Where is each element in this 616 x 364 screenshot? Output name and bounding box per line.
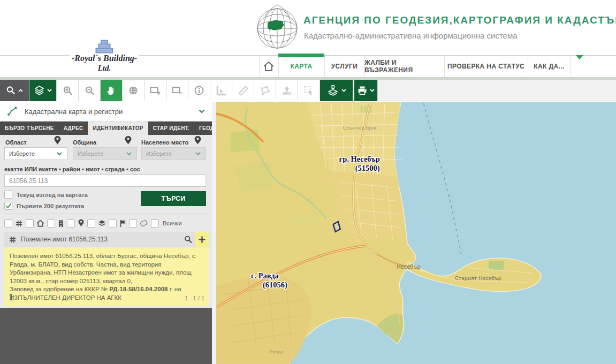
overlay-logo-text: -Royal`s Building- <box>70 54 139 63</box>
home-button[interactable] <box>259 56 278 77</box>
bulgaria-shape <box>268 20 284 31</box>
print-dropdown-button[interactable] <box>353 80 378 101</box>
municipality-select-value: Изберете <box>78 150 103 157</box>
result-details-order-prefix: Заповед за одобрение на КККР № <box>10 286 109 292</box>
check-icon <box>5 203 12 209</box>
filter-parcel-checkbox[interactable] <box>4 219 12 228</box>
search-button[interactable]: ТЪРСИ <box>141 191 206 206</box>
zoom-in-button[interactable] <box>57 80 79 101</box>
zoom-in-icon <box>62 85 73 96</box>
map-toolbar <box>0 80 616 101</box>
current-view-checkbox-row[interactable]: Текущ изглед на картата <box>4 191 88 199</box>
zoom-out-icon <box>84 85 95 96</box>
result-details-main: Поземлен имот 61056.25.113, област Бурга… <box>10 253 197 284</box>
region-select[interactable]: Изберете <box>4 147 67 160</box>
pagination-page[interactable]: 1 <box>9 292 13 303</box>
agency-globe-logo <box>255 3 299 52</box>
identify-button[interactable] <box>188 80 210 101</box>
current-view-checkbox[interactable] <box>4 191 12 199</box>
building-icon <box>94 40 115 54</box>
filter-point-checkbox[interactable] <box>67 219 75 228</box>
pan-tool-button[interactable] <box>101 80 123 101</box>
agency-title: АГЕНЦИЯ ПО ГЕОДЕЗИЯ,КАРТОГРАФИЯ И КАДАСТ… <box>303 14 616 26</box>
nav-item-proverka[interactable]: ПРОВЕРКА НА СТАТУС <box>444 56 528 77</box>
upload-icon <box>281 85 293 96</box>
pagination-range: 1 - 1 / 1 <box>185 295 204 301</box>
result-title: Поземлен имот 61056.25.113 <box>21 236 108 243</box>
kais-app-window: АГЕНЦИЯ ПО ГЕОДЕЗИЯ,КАРТОГРАФИЯ И КАДАСТ… <box>0 0 616 364</box>
tab-address[interactable]: АДРЕС <box>59 122 88 135</box>
map-layer-select[interactable]: Кадастрална карта и регистри <box>0 102 212 122</box>
full-extent-button[interactable] <box>123 80 145 101</box>
tab-quick-search[interactable]: БЪРЗО ТЪРСЕНЕ <box>0 122 59 135</box>
map-label-nessebar-city: гр. Несебър <box>339 155 380 163</box>
layer-info-icon <box>326 85 339 96</box>
search-icon <box>5 85 16 96</box>
region-label: Област <box>5 139 27 146</box>
chevron-down-icon <box>56 151 63 156</box>
measure-area-button[interactable] <box>210 80 232 101</box>
overlay-logo-text-2: Ltd. <box>98 64 111 72</box>
filter-all-checkbox[interactable] <box>151 219 159 228</box>
settlement-label: Населено място <box>141 139 188 146</box>
layers-icon <box>34 85 45 96</box>
result-item[interactable]: Поземлен имот 61056.25.113 <box>4 232 209 247</box>
select-features-button[interactable] <box>298 80 320 101</box>
selected-parcel-highlight[interactable] <box>333 222 340 232</box>
filter-all-label: Всички <box>163 220 182 226</box>
filter-flag-checkbox[interactable] <box>109 219 117 228</box>
polygon-icon <box>259 85 271 96</box>
filter-house-checkbox[interactable] <box>26 219 34 228</box>
identifier-label: екатте ИЛИ екатте • район • имот • сград… <box>4 166 140 172</box>
royals-building-overlay-logo: -Royal`s Building- Ltd. <box>59 40 150 73</box>
zoom-rect-in-icon <box>149 85 161 96</box>
nav-item-kak-da[interactable]: КАК ДА... <box>528 56 571 77</box>
cadastre-layer-icon <box>6 106 18 117</box>
first-200-checkbox[interactable] <box>4 202 12 210</box>
parcel-grid-icon <box>9 236 17 244</box>
zoom-rect-out-button[interactable] <box>166 80 188 101</box>
chevron-down-icon <box>195 151 201 156</box>
layers-dropdown-button[interactable] <box>29 80 57 101</box>
chevron-down-icon <box>126 151 132 156</box>
layer-select-value: Кадастрална карта и регистри <box>25 108 192 116</box>
filter-layers-checkbox[interactable] <box>87 219 95 228</box>
tab-old-identifier[interactable]: СТАР ИДЕНТ. <box>148 122 194 135</box>
search-tabs: БЪРЗО ТЪРСЕНЕ АДРЕС ИДЕНТИФИКАТОР СТАР И… <box>0 122 212 135</box>
flag-icon <box>119 219 126 228</box>
map-label-nessebar-small: Несебър <box>397 264 421 270</box>
measure-polygon-button[interactable] <box>254 80 276 101</box>
sidebar-scrollbar[interactable] <box>212 102 216 364</box>
identifier-input[interactable] <box>4 175 206 187</box>
map-label-ravda-small: Равда <box>270 350 283 354</box>
location-pin-icon <box>124 135 132 146</box>
filter-zone-checkbox[interactable] <box>129 219 137 228</box>
measure-distance-button[interactable] <box>232 80 254 101</box>
polygon-outline-icon <box>140 219 148 227</box>
first-200-checkbox-row[interactable]: Първите 200 резултата <box>4 202 84 210</box>
object-type-filter-row: Всички <box>4 217 208 229</box>
municipality-label: Община <box>73 139 96 146</box>
add-result-button[interactable] <box>195 232 209 247</box>
filter-building-checkbox[interactable] <box>47 219 55 228</box>
zoom-rect-out-icon <box>171 85 183 96</box>
settlement-select-value: Изберете <box>146 150 172 157</box>
pan-hand-icon <box>106 85 117 96</box>
current-view-label: Текущ изглед на картата <box>17 192 88 198</box>
upload-button[interactable] <box>276 80 298 101</box>
zoom-to-result-icon[interactable] <box>184 235 193 244</box>
nav-item-zhalbi[interactable]: ЖАЛБИ И ВЪЗРАЖЕНИЯ <box>364 56 444 77</box>
layer-info-dropdown-button[interactable] <box>320 80 353 101</box>
map-label-ravda-code: (61056) <box>263 280 287 290</box>
zoom-out-button[interactable] <box>79 80 101 101</box>
search-tool-button[interactable] <box>0 80 29 101</box>
nav-item-karta[interactable]: КАРТА <box>278 56 324 77</box>
municipality-select[interactable]: Изберете <box>73 147 137 160</box>
field-patch <box>296 211 318 225</box>
map-canvas[interactable]: гр. Несебър (51500) с. Равда (61056) Слъ… <box>216 102 616 364</box>
tab-identifier[interactable]: ИДЕНТИФИКАТОР <box>88 122 148 135</box>
settlement-select[interactable]: Изберете <box>141 147 206 160</box>
nav-item-uslugi[interactable]: УСЛУГИ <box>324 56 364 77</box>
zoom-rect-in-button[interactable] <box>145 80 166 101</box>
map-label-sunny-beach: Слънчев бряг <box>343 125 377 131</box>
